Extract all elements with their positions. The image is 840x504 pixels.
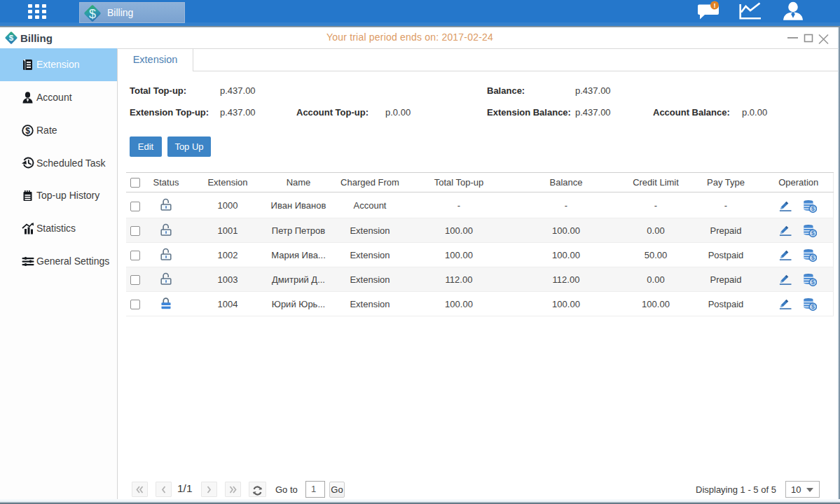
svg-text:$: $	[811, 279, 815, 286]
svg-text:$: $	[25, 126, 30, 136]
svg-text:$: $	[811, 205, 815, 212]
svg-text:$: $	[811, 303, 815, 310]
svg-text:$: $	[811, 230, 815, 237]
svg-text:$: $	[811, 254, 815, 261]
svg-text:!: !	[713, 1, 715, 9]
svg-text:$: $	[89, 6, 96, 20]
